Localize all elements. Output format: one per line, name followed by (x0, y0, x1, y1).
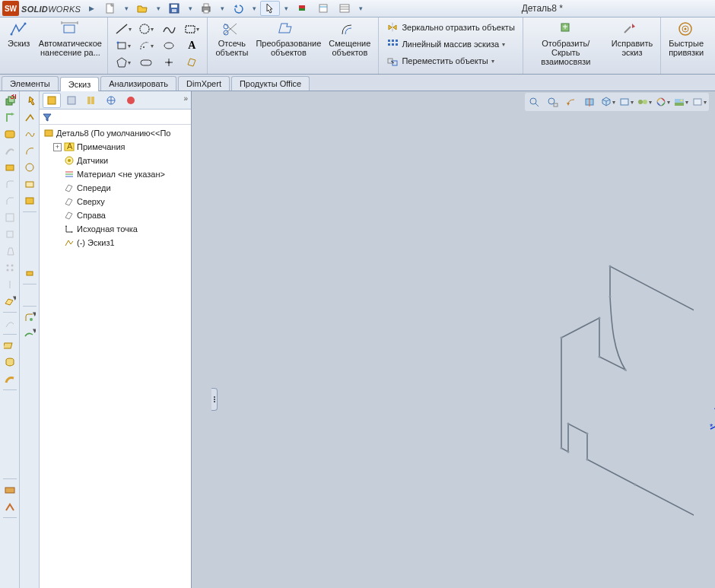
tree-sensors[interactable]: Датчики (40, 154, 191, 167)
new-button[interactable] (100, 1, 120, 16)
line-tool-icon[interactable] (21, 110, 38, 125)
convert-button[interactable]: Преобразование объектов (254, 19, 323, 59)
rect-corner-tool[interactable]: ▾ (113, 37, 134, 54)
tree-annotations[interactable]: + A Примечания (40, 140, 191, 154)
mirror-feature-icon[interactable] (2, 277, 18, 292)
show-hide-relations-button[interactable]: Отобразить/Скрыть взаимосвязи (528, 19, 604, 68)
plane-tool[interactable] (181, 54, 202, 71)
ref-geom-icon[interactable]: ▾ (2, 294, 18, 309)
fm-tab-render[interactable] (122, 93, 140, 108)
pattern-icon[interactable] (2, 260, 18, 275)
fm-tab-tree[interactable] (43, 93, 61, 108)
surface-offset-icon[interactable] (2, 427, 18, 442)
shell-icon[interactable] (2, 210, 18, 225)
curves-icon[interactable] (2, 316, 18, 331)
tree-material[interactable]: Материал <не указан> (40, 167, 191, 181)
fillet-sketch-icon[interactable]: ▾ (21, 310, 38, 325)
dropdown-arrow-icon[interactable]: ▾ (356, 5, 365, 12)
polygon-tool[interactable]: ▾ (113, 54, 134, 71)
surface-sweep-icon[interactable] (2, 371, 18, 386)
rectangle-tool[interactable]: ▾ (181, 21, 202, 37)
spline-tool-icon[interactable] (21, 126, 38, 141)
surface-loft-icon[interactable] (2, 393, 18, 408)
surface-plane-icon[interactable] (2, 460, 18, 475)
dropdown-arrow-icon[interactable]: ▾ (122, 5, 131, 12)
tree-origin[interactable]: Исходная точка (40, 222, 191, 236)
face-curve-icon[interactable] (21, 193, 38, 208)
tab-sketch[interactable]: Эскиз (60, 77, 99, 91)
circle-tool-icon[interactable] (21, 160, 38, 175)
dropdown-arrow-icon[interactable]: ▾ (186, 5, 195, 12)
menu-arrow-icon[interactable]: ▶ (87, 5, 96, 12)
move-button[interactable]: Переместить объекты ▾ (383, 52, 497, 69)
chamfer-icon[interactable] (2, 193, 18, 208)
dropdown-arrow-icon[interactable]: ▾ (281, 5, 291, 12)
tree-sketch1[interactable]: (-) Эскиз1 (40, 236, 191, 250)
line-tool[interactable]: ▾ (113, 21, 134, 37)
repair-sketch-button[interactable]: Исправить эскиз (609, 19, 656, 68)
print-button[interactable] (196, 1, 216, 16)
trim-button[interactable]: Отсечь объекты (212, 19, 251, 59)
linear-pattern-button[interactable]: Линейный массив эскиза ▾ (383, 36, 508, 52)
arc-tool-icon[interactable] (21, 143, 38, 158)
expand-icon[interactable]: + (53, 143, 62, 151)
undo-button[interactable] (228, 1, 248, 16)
surface-fill-icon[interactable] (2, 410, 18, 425)
extend-tool-icon[interactable] (21, 265, 38, 281)
revolve-boss-icon[interactable] (2, 110, 18, 125)
trim-tool-icon[interactable] (21, 249, 38, 264)
select-tool-icon[interactable] (21, 93, 38, 108)
open-button[interactable] (132, 1, 152, 16)
draft-icon[interactable] (2, 243, 18, 259)
circle-tool[interactable]: ▾ (135, 21, 157, 37)
text-tool[interactable]: A (181, 37, 202, 54)
rect-tool-icon[interactable] (21, 176, 38, 192)
tree-front-plane[interactable]: Спереди (40, 181, 191, 195)
slot-tool[interactable] (135, 54, 157, 71)
sheetmetal-icon[interactable] (2, 482, 18, 497)
dropdown-arrow-icon[interactable]: ▾ (218, 5, 227, 12)
sweep-icon[interactable] (2, 143, 18, 158)
mold-icon[interactable] (2, 521, 18, 536)
tree-top-plane[interactable]: Сверху (40, 195, 191, 208)
offset-entities-icon[interactable] (21, 232, 38, 247)
tab-dimxpert[interactable]: DimXpert (178, 76, 230, 91)
spline-tool[interactable] (158, 21, 180, 37)
rib-icon[interactable] (2, 227, 18, 242)
quick-snaps-button[interactable]: Быстрые привязки (666, 19, 707, 59)
tree-right-plane[interactable]: Справа (40, 208, 191, 222)
chamfer-sketch-icon[interactable]: ▾ (21, 326, 38, 342)
surface-extrude-icon[interactable] (2, 338, 18, 353)
tree-root[interactable]: Деталь8 (По умолчанию<<По (40, 126, 191, 140)
fm-tab-property[interactable] (62, 93, 81, 108)
arc-tool[interactable]: ▾ (135, 37, 157, 54)
auto-dimension-button[interactable]: Автоматическое нанесение ра... (37, 19, 103, 59)
properties-button[interactable] (335, 1, 354, 16)
graphics-viewport[interactable]: ▾ ▾ ▾ ▾ ▾ ▾ (192, 91, 715, 588)
select-button[interactable] (260, 1, 280, 16)
fm-tab-config[interactable] (82, 93, 100, 108)
weldment-icon[interactable] (2, 499, 18, 514)
extrude-boss-icon[interactable]: 3D (2, 93, 18, 108)
loft-icon[interactable] (2, 160, 18, 175)
ellipse-tool[interactable] (158, 37, 180, 54)
extrude-cut-icon[interactable] (2, 126, 18, 141)
mirror-tool-icon[interactable] (21, 288, 38, 303)
tab-evaluate[interactable]: Анализировать (100, 76, 176, 91)
dropdown-arrow-icon[interactable]: ▾ (154, 5, 163, 12)
sketch-button[interactable]: Эскиз (5, 19, 33, 59)
options-button[interactable] (313, 1, 333, 16)
fillet-icon[interactable] (2, 176, 18, 192)
filter-bar[interactable] (40, 110, 191, 125)
point-tool[interactable] (158, 54, 180, 71)
collapse-chevron-icon[interactable]: » (183, 94, 188, 103)
instant3d-icon[interactable] (2, 538, 18, 553)
panel-collapse-handle[interactable] (211, 388, 218, 411)
convert-entities-icon[interactable] (21, 215, 38, 230)
save-button[interactable] (164, 1, 184, 16)
offset-button[interactable]: Смещение объектов (326, 19, 373, 59)
tab-features[interactable]: Элементы (2, 76, 59, 91)
surface-revolve-icon[interactable] (2, 354, 18, 370)
dropdown-arrow-icon[interactable]: ▾ (249, 5, 259, 12)
mirror-button[interactable]: Зеркально отразить объекты (383, 19, 517, 36)
